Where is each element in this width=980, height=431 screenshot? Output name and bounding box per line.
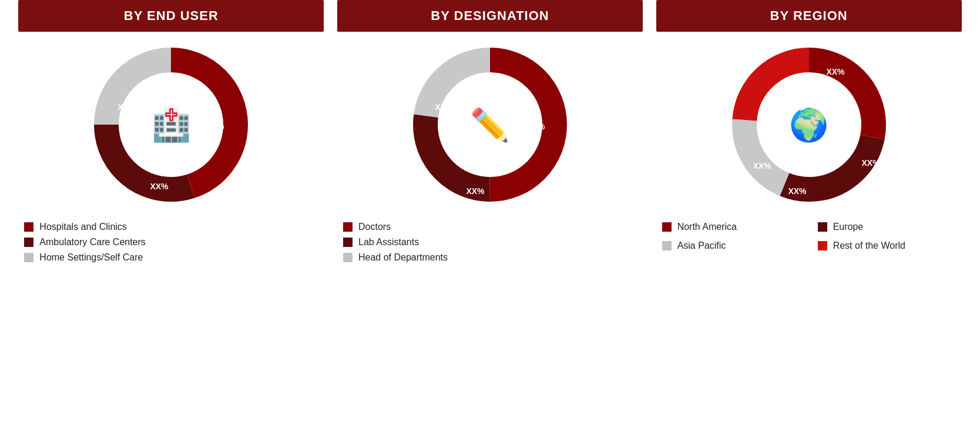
legend-item-head: Head of Departments: [343, 252, 643, 263]
legend-item-hospitals: Hospitals and Clinics: [24, 222, 324, 232]
donut-container-end-user: XX% XX% XX% 🏥: [89, 42, 253, 207]
chart-header-designation: BY DESIGNATION: [337, 0, 643, 32]
legend-color-lab: [343, 238, 353, 247]
legend-item-lab: Lab Assistants: [343, 237, 643, 248]
legend-item-ambulatory: Ambulatory Care Centers: [24, 237, 324, 248]
legend-color-head: [343, 253, 353, 262]
legend-color-ambulatory: [24, 238, 33, 247]
legend-color-north-america: [662, 222, 672, 232]
legend-item-rest-world: Rest of the World: [818, 240, 962, 251]
svg-text:XX%: XX%: [826, 67, 845, 76]
legend-region: North America Europe Asia Pacific Rest o…: [656, 222, 962, 256]
legend-color-rest-world: [818, 241, 827, 250]
legend-color-europe: [818, 222, 827, 232]
legend-color-asia: [662, 241, 672, 250]
svg-text:XX%: XX%: [788, 186, 807, 196]
svg-text:XX%: XX%: [466, 186, 485, 196]
donut-container-designation: XX% XX% XX% ✏️: [408, 42, 572, 207]
donut-icon-designation: ✏️: [470, 109, 509, 141]
legend-item-asia: Asia Pacific: [662, 240, 806, 251]
chart-section-designation: BY DESIGNATION XX% XX% XX% ✏️ Doctors La…: [337, 0, 643, 268]
legend-color-home: [24, 253, 33, 262]
donut-icon-end-user: 🏥: [152, 109, 191, 141]
legend-item-north-america: North America: [662, 222, 806, 232]
svg-text:XX%: XX%: [526, 122, 545, 131]
chart-section-region: BY REGION XX% XX% XX% XX% 🌍 North Americ…: [656, 0, 962, 256]
chart-header-end-user: BY END USER: [18, 0, 324, 32]
legend-item-home: Home Settings/Self Care: [24, 252, 324, 263]
legend-item-doctors: Doctors: [343, 222, 643, 232]
svg-text:XX%: XX%: [118, 102, 137, 112]
legend-color-hospitals: [24, 222, 33, 232]
chart-header-region: BY REGION: [656, 0, 962, 32]
chart-section-end-user: BY END USER XX% XX% XX% 🏥 Hospitals and …: [18, 0, 324, 268]
legend-color-doctors: [343, 222, 353, 232]
svg-text:XX%: XX%: [150, 182, 169, 191]
svg-text:XX%: XX%: [753, 161, 771, 171]
donut-icon-region: 🌍: [789, 109, 828, 141]
legend-designation: Doctors Lab Assistants Head of Departmen…: [337, 222, 643, 268]
svg-text:XX%: XX%: [435, 102, 454, 112]
svg-text:XX%: XX%: [206, 122, 225, 131]
legend-end-user: Hospitals and Clinics Ambulatory Care Ce…: [18, 222, 324, 268]
svg-text:XX%: XX%: [861, 158, 880, 168]
legend-item-europe: Europe: [818, 222, 962, 232]
donut-container-region: XX% XX% XX% XX% 🌍: [727, 42, 891, 207]
